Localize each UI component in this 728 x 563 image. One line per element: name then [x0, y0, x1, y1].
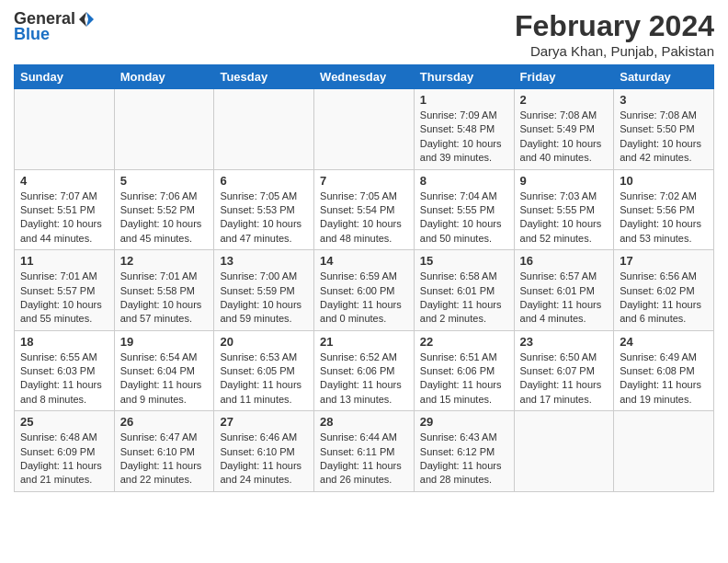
logo: General Blue: [14, 9, 96, 44]
day-info: Sunrise: 7:02 AM Sunset: 5:56 PM Dayligh…: [620, 190, 708, 247]
header-wednesday: Wednesday: [314, 65, 415, 89]
header-thursday: Thursday: [414, 65, 514, 89]
calendar-cell: 28Sunrise: 6:44 AM Sunset: 6:11 PM Dayli…: [314, 411, 415, 492]
calendar-cell: [614, 411, 714, 492]
header-friday: Friday: [514, 65, 614, 89]
calendar-cell: 16Sunrise: 6:57 AM Sunset: 6:01 PM Dayli…: [514, 250, 614, 331]
calendar-cell: [214, 89, 314, 170]
calendar-cell: 7Sunrise: 7:05 AM Sunset: 5:54 PM Daylig…: [314, 169, 415, 250]
day-info: Sunrise: 6:44 AM Sunset: 6:11 PM Dayligh…: [320, 431, 408, 488]
day-number: 10: [620, 174, 708, 188]
day-number: 26: [120, 415, 209, 429]
calendar-cell: 9Sunrise: 7:03 AM Sunset: 5:55 PM Daylig…: [514, 169, 614, 250]
day-number: 23: [520, 335, 609, 349]
week-row-3: 18Sunrise: 6:55 AM Sunset: 6:03 PM Dayli…: [15, 330, 714, 411]
calendar-cell: 27Sunrise: 6:46 AM Sunset: 6:10 PM Dayli…: [214, 411, 314, 492]
month-year-title: February 2024: [515, 9, 714, 43]
calendar-cell: 8Sunrise: 7:04 AM Sunset: 5:55 PM Daylig…: [414, 169, 514, 250]
day-info: Sunrise: 6:49 AM Sunset: 6:08 PM Dayligh…: [620, 350, 708, 408]
calendar-cell: 2Sunrise: 7:08 AM Sunset: 5:49 PM Daylig…: [514, 89, 614, 170]
day-number: 5: [120, 174, 209, 188]
calendar-cell: 17Sunrise: 6:56 AM Sunset: 6:02 PM Dayli…: [614, 250, 714, 331]
calendar-cell: [114, 89, 214, 170]
calendar-cell: 1Sunrise: 7:09 AM Sunset: 5:48 PM Daylig…: [414, 89, 514, 170]
title-area: February 2024 Darya Khan, Punjab, Pakist…: [515, 9, 714, 59]
calendar-cell: 15Sunrise: 6:58 AM Sunset: 6:01 PM Dayli…: [414, 250, 514, 331]
calendar-cell: 4Sunrise: 7:07 AM Sunset: 5:51 PM Daylig…: [15, 169, 115, 250]
calendar-cell: [15, 89, 115, 170]
day-number: 11: [20, 254, 108, 268]
calendar-cell: 12Sunrise: 7:01 AM Sunset: 5:58 PM Dayli…: [114, 250, 214, 331]
day-info: Sunrise: 7:00 AM Sunset: 5:59 PM Dayligh…: [220, 270, 308, 327]
day-info: Sunrise: 6:57 AM Sunset: 6:01 PM Dayligh…: [520, 270, 609, 327]
day-number: 9: [520, 174, 609, 188]
header-saturday: Saturday: [614, 65, 714, 89]
calendar-cell: 24Sunrise: 6:49 AM Sunset: 6:08 PM Dayli…: [614, 330, 714, 411]
svg-marker-1: [79, 12, 86, 27]
logo-blue: Blue: [14, 25, 50, 44]
day-number: 4: [20, 174, 108, 188]
week-row-2: 11Sunrise: 7:01 AM Sunset: 5:57 PM Dayli…: [15, 250, 714, 331]
day-number: 12: [120, 254, 209, 268]
calendar-cell: 6Sunrise: 7:05 AM Sunset: 5:53 PM Daylig…: [214, 169, 314, 250]
day-info: Sunrise: 6:56 AM Sunset: 6:02 PM Dayligh…: [620, 270, 708, 327]
calendar-header-row: SundayMondayTuesdayWednesdayThursdayFrid…: [15, 65, 714, 89]
day-info: Sunrise: 7:05 AM Sunset: 5:53 PM Dayligh…: [220, 190, 308, 247]
day-number: 14: [320, 254, 408, 268]
calendar-cell: 3Sunrise: 7:08 AM Sunset: 5:50 PM Daylig…: [614, 89, 714, 170]
logo-icon: [77, 10, 96, 29]
day-info: Sunrise: 6:54 AM Sunset: 6:04 PM Dayligh…: [120, 350, 209, 408]
calendar-cell: 14Sunrise: 6:59 AM Sunset: 6:00 PM Dayli…: [314, 250, 415, 331]
day-info: Sunrise: 6:58 AM Sunset: 6:01 PM Dayligh…: [420, 270, 508, 327]
calendar-cell: 19Sunrise: 6:54 AM Sunset: 6:04 PM Dayli…: [114, 330, 214, 411]
calendar-table: SundayMondayTuesdayWednesdayThursdayFrid…: [14, 64, 714, 492]
day-number: 3: [620, 93, 708, 107]
week-row-0: 1Sunrise: 7:09 AM Sunset: 5:48 PM Daylig…: [15, 89, 714, 170]
day-info: Sunrise: 7:08 AM Sunset: 5:50 PM Dayligh…: [620, 109, 708, 166]
calendar-cell: [314, 89, 415, 170]
day-info: Sunrise: 7:08 AM Sunset: 5:49 PM Dayligh…: [520, 109, 609, 166]
day-info: Sunrise: 7:09 AM Sunset: 5:48 PM Dayligh…: [420, 109, 508, 166]
day-number: 24: [620, 335, 708, 349]
svg-marker-0: [86, 12, 94, 27]
calendar-cell: 11Sunrise: 7:01 AM Sunset: 5:57 PM Dayli…: [15, 250, 115, 331]
header-monday: Monday: [114, 65, 214, 89]
day-number: 21: [320, 335, 408, 349]
day-info: Sunrise: 7:04 AM Sunset: 5:55 PM Dayligh…: [420, 190, 508, 247]
day-info: Sunrise: 7:01 AM Sunset: 5:57 PM Dayligh…: [20, 270, 108, 327]
day-number: 28: [320, 415, 408, 429]
day-info: Sunrise: 7:06 AM Sunset: 5:52 PM Dayligh…: [120, 190, 209, 247]
calendar-cell: 13Sunrise: 7:00 AM Sunset: 5:59 PM Dayli…: [214, 250, 314, 331]
day-info: Sunrise: 6:55 AM Sunset: 6:03 PM Dayligh…: [20, 350, 108, 408]
calendar-cell: 10Sunrise: 7:02 AM Sunset: 5:56 PM Dayli…: [614, 169, 714, 250]
day-info: Sunrise: 6:46 AM Sunset: 6:10 PM Dayligh…: [220, 431, 308, 488]
day-number: 18: [20, 335, 108, 349]
day-number: 19: [120, 335, 209, 349]
calendar-cell: 25Sunrise: 6:48 AM Sunset: 6:09 PM Dayli…: [15, 411, 115, 492]
header-sunday: Sunday: [15, 65, 115, 89]
calendar-cell: 22Sunrise: 6:51 AM Sunset: 6:06 PM Dayli…: [414, 330, 514, 411]
day-number: 27: [220, 415, 308, 429]
day-info: Sunrise: 6:50 AM Sunset: 6:07 PM Dayligh…: [520, 350, 609, 408]
day-number: 22: [420, 335, 508, 349]
day-info: Sunrise: 6:53 AM Sunset: 6:05 PM Dayligh…: [220, 350, 308, 408]
day-number: 17: [620, 254, 708, 268]
day-number: 6: [220, 174, 308, 188]
day-number: 29: [420, 415, 508, 429]
page-header: General Blue February 2024 Darya Khan, P…: [14, 9, 714, 59]
day-number: 25: [20, 415, 108, 429]
day-number: 20: [220, 335, 308, 349]
calendar-cell: 21Sunrise: 6:52 AM Sunset: 6:06 PM Dayli…: [314, 330, 415, 411]
day-info: Sunrise: 6:48 AM Sunset: 6:09 PM Dayligh…: [20, 431, 108, 488]
day-info: Sunrise: 7:05 AM Sunset: 5:54 PM Dayligh…: [320, 190, 408, 247]
week-row-1: 4Sunrise: 7:07 AM Sunset: 5:51 PM Daylig…: [15, 169, 714, 250]
day-number: 15: [420, 254, 508, 268]
day-number: 1: [420, 93, 508, 107]
week-row-4: 25Sunrise: 6:48 AM Sunset: 6:09 PM Dayli…: [15, 411, 714, 492]
calendar-body: 1Sunrise: 7:09 AM Sunset: 5:48 PM Daylig…: [15, 89, 714, 492]
calendar-cell: 23Sunrise: 6:50 AM Sunset: 6:07 PM Dayli…: [514, 330, 614, 411]
calendar-cell: 26Sunrise: 6:47 AM Sunset: 6:10 PM Dayli…: [114, 411, 214, 492]
day-number: 8: [420, 174, 508, 188]
day-info: Sunrise: 7:01 AM Sunset: 5:58 PM Dayligh…: [120, 270, 209, 327]
calendar-cell: 5Sunrise: 7:06 AM Sunset: 5:52 PM Daylig…: [114, 169, 214, 250]
